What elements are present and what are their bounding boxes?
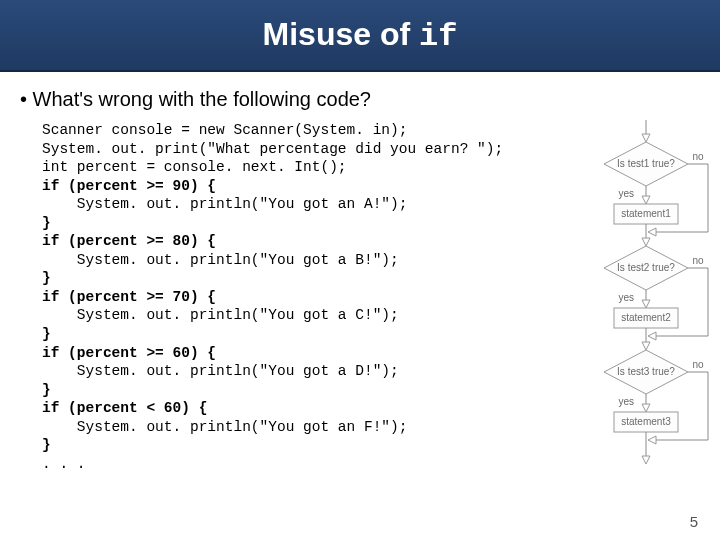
svg-marker-11 [642, 342, 650, 350]
code-line: System. out. print("What percentage did … [42, 141, 503, 157]
title-prefix: Misuse of [263, 16, 419, 52]
code-line: if (percent >= 60) { [42, 345, 216, 361]
no-label: no [692, 255, 704, 266]
svg-marker-2 [648, 228, 656, 236]
svg-marker-9 [642, 300, 650, 308]
code-line: if (percent >= 90) { [42, 178, 216, 194]
code-line: if (percent >= 80) { [42, 233, 216, 249]
code-line: if (percent < 60) { [42, 400, 207, 416]
code-line: } [42, 437, 51, 453]
title-bar: Misuse of if [0, 0, 720, 72]
statement-3-label: statement3 [621, 416, 671, 427]
code-line: } [42, 270, 51, 286]
code-line: System. out. println("You got a D!"); [42, 363, 399, 379]
bullet-question: • What's wrong with the following code? [20, 88, 700, 111]
decision-3-label: Is test3 true? [617, 366, 675, 377]
decision-1-label: Is test1 true? [617, 158, 675, 169]
code-line: if (percent >= 70) { [42, 289, 216, 305]
flowchart-svg: Is test1 true? no yes statement1 Is test… [576, 120, 716, 500]
yes-label: yes [618, 188, 634, 199]
code-line: . . . [42, 456, 86, 472]
statement-2-label: statement2 [621, 312, 671, 323]
svg-marker-7 [648, 332, 656, 340]
code-line: System. out. println("You got a B!"); [42, 252, 399, 268]
svg-marker-14 [642, 404, 650, 412]
code-line: } [42, 326, 51, 342]
svg-marker-12 [648, 436, 656, 444]
flowchart: Is test1 true? no yes statement1 Is test… [576, 120, 716, 500]
statement-1-label: statement1 [621, 208, 671, 219]
code-line: } [42, 215, 51, 231]
decision-2-label: Is test2 true? [617, 262, 675, 273]
code-line: System. out. println("You got a C!"); [42, 307, 399, 323]
yes-label: yes [618, 292, 634, 303]
slide-title: Misuse of if [263, 16, 458, 55]
svg-marker-6 [642, 238, 650, 246]
page-number: 5 [690, 513, 698, 530]
title-keyword: if [419, 18, 457, 55]
no-label: no [692, 151, 704, 162]
no-label: no [692, 359, 704, 370]
svg-marker-1 [642, 134, 650, 142]
yes-label: yes [618, 396, 634, 407]
svg-marker-16 [642, 456, 650, 464]
code-line: } [42, 382, 51, 398]
code-line: int percent = console. next. Int(); [42, 159, 347, 175]
code-line: System. out. println("You got an A!"); [42, 196, 407, 212]
code-line: System. out. println("You got an F!"); [42, 419, 407, 435]
svg-marker-4 [642, 196, 650, 204]
code-line: Scanner console = new Scanner(System. in… [42, 122, 407, 138]
